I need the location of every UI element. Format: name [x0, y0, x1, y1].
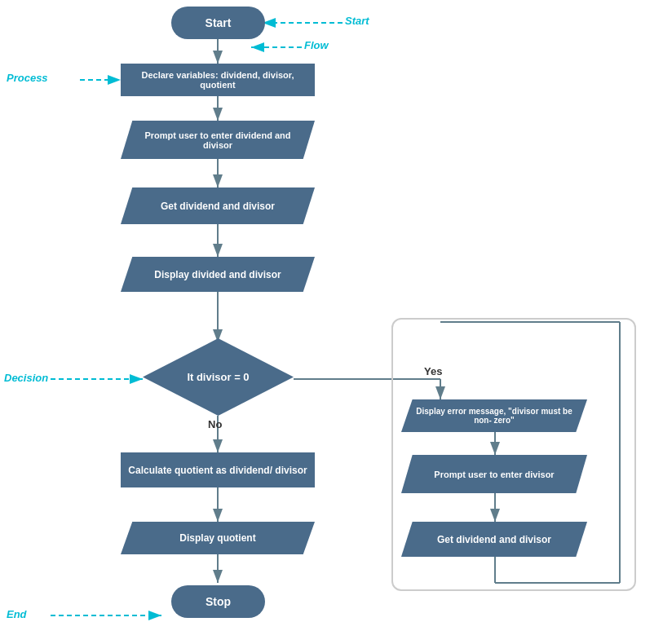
display2-label: Display quotient [165, 532, 270, 544]
prompt2-shape: Prompt user to enter divisor [401, 455, 587, 493]
no-label: No [208, 418, 222, 430]
declare-label: Declare variables: dividend, divisor, qu… [121, 70, 315, 90]
error-shape: Display error message, "divisor must be … [401, 399, 587, 432]
error-label: Display error message, "divisor must be … [401, 407, 587, 425]
flowchart: Start Declare variables: dividend, divis… [0, 0, 663, 644]
get1-label: Get dividend and divisor [146, 201, 290, 212]
start-label: Start [206, 16, 232, 29]
prompt1-shape: Prompt user to enter dividend and diviso… [121, 121, 315, 159]
get2-label: Get dividend and divisor [422, 534, 566, 545]
flow-annotation: Flow [304, 39, 329, 51]
end-annotation: End [7, 608, 27, 620]
start-annotation: Start [345, 15, 369, 27]
display2-shape: Display quotient [121, 522, 315, 554]
prompt1-label: Prompt user to enter dividend and diviso… [121, 130, 315, 150]
display1-shape: Display divided and divisor [121, 257, 315, 292]
process-annotation: Process [7, 72, 48, 84]
get2-shape: Get dividend and divisor [401, 522, 587, 557]
start-shape: Start [171, 7, 265, 39]
decision-label: It divisor = 0 [187, 371, 249, 383]
display1-label: Display divided and divisor [139, 269, 295, 280]
declare-shape: Declare variables: dividend, divisor, qu… [121, 64, 315, 96]
stop-shape: Stop [171, 585, 265, 618]
stop-label: Stop [206, 595, 231, 608]
decision-annotation: Decision [4, 372, 48, 384]
get1-shape: Get dividend and divisor [121, 187, 315, 224]
calc-shape: Calculate quotient as dividend/ divisor [121, 452, 315, 487]
yes-label: Yes [424, 365, 442, 377]
calc-label: Calculate quotient as dividend/ divisor [124, 465, 311, 476]
prompt2-label: Prompt user to enter divisor [419, 470, 568, 479]
decision-shape: It divisor = 0 [143, 338, 294, 416]
